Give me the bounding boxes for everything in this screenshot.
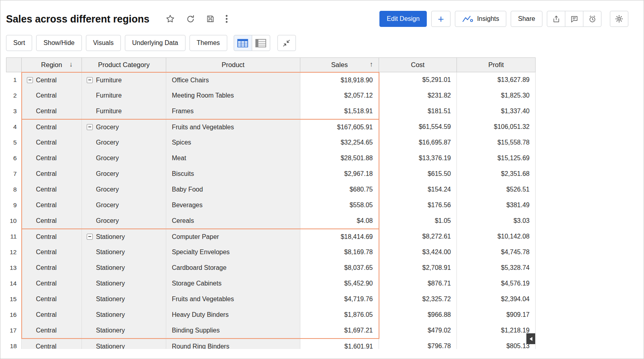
product-cell[interactable]: Cardboard Storage: [166, 260, 300, 276]
column-header-sales[interactable]: Sales ↑: [300, 58, 379, 72]
category-cell[interactable]: Grocery: [82, 135, 166, 151]
cost-cell[interactable]: $13,376.19: [379, 151, 457, 166]
collapse-minus-icon[interactable]: [87, 234, 93, 240]
sales-cell[interactable]: $8,169.78: [300, 245, 379, 260]
edit-design-button[interactable]: Edit Design: [379, 11, 427, 27]
profit-cell[interactable]: $3.03: [457, 213, 536, 229]
column-header-region[interactable]: Region ↓: [22, 58, 82, 72]
visuals-button[interactable]: Visuals: [86, 35, 121, 51]
share-button[interactable]: Share: [511, 11, 542, 27]
region-cell[interactable]: Central: [22, 72, 82, 88]
region-cell[interactable]: Central: [22, 276, 82, 292]
cost-cell[interactable]: $479.02: [379, 323, 457, 339]
cost-cell[interactable]: $5,291.01: [379, 72, 457, 88]
sales-cell[interactable]: $4.08: [300, 213, 379, 229]
category-cell[interactable]: Grocery: [82, 198, 166, 213]
category-cell[interactable]: Stationery: [82, 260, 166, 276]
region-cell[interactable]: Central: [22, 339, 82, 349]
region-cell[interactable]: Central: [22, 229, 82, 245]
profit-cell[interactable]: $909.17: [457, 307, 536, 323]
cost-cell[interactable]: $231.82: [379, 88, 457, 104]
category-cell[interactable]: Stationery: [82, 307, 166, 323]
collapse-toolbar-icon[interactable]: [277, 35, 296, 51]
product-cell[interactable]: Spices: [166, 135, 300, 151]
sales-cell[interactable]: $1,518.91: [300, 104, 379, 119]
category-cell[interactable]: Stationery: [82, 292, 166, 307]
sales-cell[interactable]: $1,697.21: [300, 323, 379, 339]
cost-cell[interactable]: $176.56: [379, 198, 457, 213]
category-cell[interactable]: Grocery: [82, 166, 166, 182]
category-cell[interactable]: Stationery: [82, 245, 166, 260]
product-cell[interactable]: Specialty Envelopes: [166, 245, 300, 260]
cost-cell[interactable]: $1.05: [379, 213, 457, 229]
product-cell[interactable]: Meat: [166, 151, 300, 166]
export-icon[interactable]: [547, 11, 565, 27]
product-cell[interactable]: Beverages: [166, 198, 300, 213]
cost-cell[interactable]: $3,424.00: [379, 245, 457, 260]
underlying-data-button[interactable]: Underlying Data: [125, 35, 185, 51]
cost-cell[interactable]: $796.78: [379, 339, 457, 349]
sales-cell[interactable]: $1,601.91: [300, 339, 379, 349]
cost-cell[interactable]: $966.88: [379, 307, 457, 323]
cost-cell[interactable]: $61,554.59: [379, 119, 457, 135]
region-cell[interactable]: Central: [22, 260, 82, 276]
sales-cell[interactable]: $167,605.91: [300, 119, 379, 135]
region-cell[interactable]: Central: [22, 198, 82, 213]
cost-cell[interactable]: $2,708.91: [379, 260, 457, 276]
sales-cell[interactable]: $18,918.90: [300, 72, 379, 88]
comment-icon[interactable]: [565, 11, 583, 27]
more-options-icon[interactable]: [226, 15, 228, 23]
product-cell[interactable]: Frames: [166, 104, 300, 119]
product-cell[interactable]: Fruits and Vegetables: [166, 292, 300, 307]
profit-cell[interactable]: $15,125.69: [457, 151, 536, 166]
product-cell[interactable]: Office Chairs: [166, 72, 300, 88]
profit-cell[interactable]: $381.49: [457, 198, 536, 213]
product-cell[interactable]: Biscuits: [166, 166, 300, 182]
favorite-star-icon[interactable]: [165, 14, 175, 24]
sales-cell[interactable]: $2,967.18: [300, 166, 379, 182]
region-cell[interactable]: Central: [22, 119, 82, 135]
region-cell[interactable]: Central: [22, 307, 82, 323]
category-cell[interactable]: Furniture: [82, 88, 166, 104]
product-cell[interactable]: Fruits and Vegetables: [166, 119, 300, 135]
sort-button[interactable]: Sort: [6, 35, 32, 51]
region-cell[interactable]: Central: [22, 213, 82, 229]
region-cell[interactable]: Central: [22, 151, 82, 166]
product-cell[interactable]: Heavy Duty Binders: [166, 307, 300, 323]
category-cell[interactable]: Grocery: [82, 182, 166, 198]
sales-cell[interactable]: $18,414.69: [300, 229, 379, 245]
region-cell[interactable]: Central: [22, 182, 82, 198]
column-header-cost[interactable]: Cost: [379, 58, 457, 72]
product-cell[interactable]: Computer Paper: [166, 229, 300, 245]
profit-cell[interactable]: $2,351.68: [457, 166, 536, 182]
cost-cell[interactable]: $615.50: [379, 166, 457, 182]
show-hide-button[interactable]: Show/Hide: [36, 35, 82, 51]
region-cell[interactable]: Central: [22, 104, 82, 119]
category-cell[interactable]: Grocery: [82, 151, 166, 166]
category-cell[interactable]: Stationery: [82, 229, 166, 245]
save-icon[interactable]: [206, 14, 215, 23]
sales-cell[interactable]: $4,719.76: [300, 292, 379, 307]
category-cell[interactable]: Stationery: [82, 339, 166, 349]
profit-cell[interactable]: $13,627.89: [457, 72, 536, 88]
sales-cell[interactable]: $2,057.12: [300, 88, 379, 104]
profit-cell[interactable]: $526.51: [457, 182, 536, 198]
category-cell[interactable]: Grocery: [82, 119, 166, 135]
sales-cell[interactable]: $558.05: [300, 198, 379, 213]
profit-cell[interactable]: $805.13: [457, 339, 536, 349]
product-cell[interactable]: Baby Food: [166, 182, 300, 198]
refresh-icon[interactable]: [186, 14, 195, 24]
collapse-minus-icon[interactable]: [87, 77, 93, 83]
profit-cell[interactable]: $4,576.19: [457, 276, 536, 292]
category-cell[interactable]: Stationery: [82, 323, 166, 339]
profit-cell[interactable]: $1,218.19: [457, 323, 536, 339]
column-header-product[interactable]: Product: [166, 58, 300, 72]
profit-cell[interactable]: $4,745.78: [457, 245, 536, 260]
sales-cell[interactable]: $1,876.05: [300, 307, 379, 323]
cost-cell[interactable]: $2,325.72: [379, 292, 457, 307]
sales-cell[interactable]: $28,501.88: [300, 151, 379, 166]
region-cell[interactable]: Central: [22, 245, 82, 260]
profit-cell[interactable]: $1,337.40: [457, 104, 536, 119]
alert-icon[interactable]: [583, 11, 601, 27]
cost-cell[interactable]: $154.24: [379, 182, 457, 198]
